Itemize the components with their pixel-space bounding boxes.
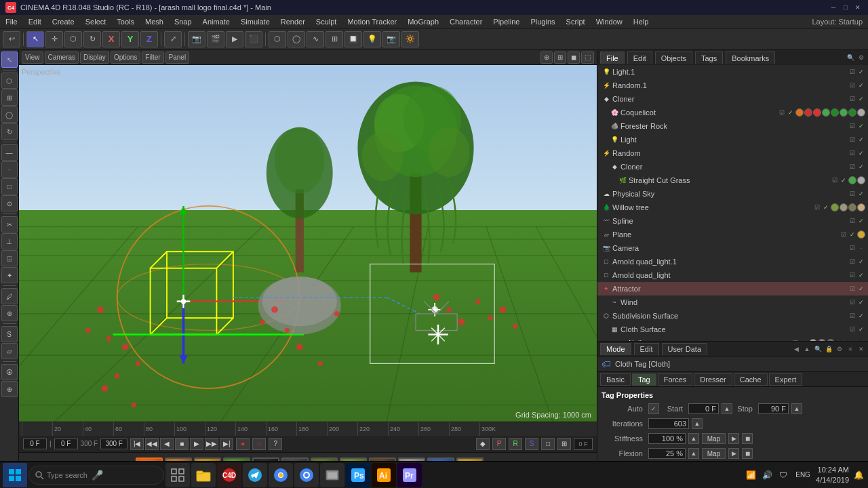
props-extra[interactable]: ≡ xyxy=(846,345,854,353)
poly-sel-tool[interactable]: □ xyxy=(1,178,18,195)
obj-row-coquelicot[interactable]: 🌸 Coquelicot ☑ ✓ xyxy=(597,106,868,119)
gen-btn[interactable]: ⊞ xyxy=(326,31,343,47)
vp-icon3[interactable]: ◼ xyxy=(568,52,580,64)
edge-tool[interactable]: — xyxy=(1,144,18,161)
flexion-inc[interactable]: ▲ xyxy=(688,448,699,459)
props-mode-tab[interactable]: Mode xyxy=(600,343,631,355)
rotate-tool[interactable]: ↻ xyxy=(83,31,101,47)
props-lock[interactable]: 🔒 xyxy=(825,345,833,353)
menu-simulate[interactable]: Simulate xyxy=(235,15,275,28)
obj-row-attractor[interactable]: ✦ Attractor ☑ ✓ xyxy=(597,282,868,296)
arnoldlight1-active[interactable]: ✓ xyxy=(857,258,865,266)
lang-label[interactable]: ENG xyxy=(793,468,813,482)
stiffness-inc[interactable]: ▲ xyxy=(688,433,699,444)
pinned-chrome[interactable] xyxy=(294,463,319,487)
menu-pipeline[interactable]: Pipeline xyxy=(488,15,525,28)
axis-y[interactable]: Y xyxy=(121,31,139,47)
obj-row-subdiv[interactable]: ⬡ Subdivision Surface ☑ ✓ xyxy=(597,309,868,323)
panel-tab-objects[interactable]: Objects xyxy=(655,52,692,64)
panel-tab-edit[interactable]: Edit xyxy=(627,52,652,64)
start-frame-input[interactable] xyxy=(54,439,78,449)
grass-active[interactable]: ✓ xyxy=(840,176,848,184)
attractor-active[interactable]: ✓ xyxy=(857,285,865,293)
menu-sculpt[interactable]: Sculpt xyxy=(311,15,342,28)
record-btn[interactable]: ● xyxy=(236,438,250,450)
light-active[interactable]: ✓ xyxy=(857,136,865,144)
grass-vis[interactable]: ☑ xyxy=(831,176,839,184)
cloth-vis[interactable]: ☑ xyxy=(848,325,856,333)
sky-active[interactable]: ✓ xyxy=(857,190,865,198)
menu-plugins[interactable]: Plugins xyxy=(525,15,560,28)
clock[interactable]: 10:24 AM 4/14/2019 xyxy=(816,465,849,485)
panel-tab-file[interactable]: File xyxy=(600,52,625,64)
obj-row-forester[interactable]: 🪨 Forester Rock ☑ ✓ xyxy=(597,119,868,133)
flexion-map-extra[interactable]: ◼ xyxy=(742,448,753,459)
floor-tool[interactable]: ▱ xyxy=(1,343,18,359)
pinned-browser[interactable] xyxy=(269,463,293,487)
tab-cache[interactable]: Cache xyxy=(734,373,768,386)
obj-row-light[interactable]: 💡 Light ☑ ✓ xyxy=(597,133,868,146)
pinned-pr[interactable]: Pr xyxy=(397,463,422,487)
start-inc[interactable]: ▲ xyxy=(722,403,732,414)
cloner2-vis[interactable]: ☑ xyxy=(848,163,856,171)
vp-filter[interactable]: Filter xyxy=(142,52,163,64)
vp-icon1[interactable]: ⊕ xyxy=(540,52,553,64)
subdiv-active[interactable]: ✓ xyxy=(857,312,865,320)
pinned-explorer[interactable] xyxy=(191,463,216,487)
pinned-files[interactable] xyxy=(320,463,344,487)
props-settings[interactable]: ⚙ xyxy=(835,345,844,353)
go-start-btn[interactable]: |◀ xyxy=(130,438,144,450)
spline-tool[interactable]: S xyxy=(1,326,18,342)
flexion-map[interactable]: Map xyxy=(702,448,726,459)
world-tool[interactable]: ◯ xyxy=(1,106,18,123)
shield-icon[interactable]: 🛡 xyxy=(776,468,790,482)
start-frame-input[interactable] xyxy=(688,403,719,414)
go-end-btn[interactable]: ▶| xyxy=(220,438,233,450)
plane-active[interactable]: ✓ xyxy=(848,230,856,239)
menu-snap[interactable]: Snap xyxy=(169,15,197,28)
props-nav-prev[interactable]: ◀ xyxy=(792,345,800,353)
panel-tab-tags[interactable]: Tags xyxy=(695,52,723,64)
menu-mograph[interactable]: MoGraph xyxy=(402,15,444,28)
objects-list[interactable]: 💡 Light.1 ☑ ✓ ⚡ Random.1 ☑ ✓ xyxy=(597,65,868,341)
plane-vis[interactable]: ☑ xyxy=(840,230,848,239)
obj-row-arnoldlight1[interactable]: □ Arnold quad_light.1 ☑ ✓ xyxy=(597,255,868,268)
iterations-input[interactable] xyxy=(648,418,689,429)
menu-motiontracker[interactable]: Motion Tracker xyxy=(342,15,402,28)
flexion-input[interactable] xyxy=(648,448,686,459)
vp-panel[interactable]: Panel xyxy=(165,52,190,64)
vp-cameras[interactable]: Cameras xyxy=(45,52,79,64)
props-edit-tab[interactable]: Edit xyxy=(634,343,659,355)
props-search[interactable]: 🔍 xyxy=(814,345,822,353)
obj-row-willow[interactable]: 🌲 Willow tree ☑ ✓ xyxy=(597,201,868,214)
stop-frame-input[interactable] xyxy=(758,403,789,414)
notification-icon[interactable]: 🔔 xyxy=(852,468,865,482)
record-auto[interactable]: ○ xyxy=(252,438,266,450)
obj-row-camera[interactable]: 📷 Camera ☑ · xyxy=(597,241,868,255)
axis-z[interactable]: Z xyxy=(140,31,158,47)
vp-icon2[interactable]: ⊞ xyxy=(554,52,566,64)
props-nav-up[interactable]: ▲ xyxy=(803,345,811,353)
obj-row-plane[interactable]: ▱ Plane ☑ ✓ xyxy=(597,228,868,241)
object-tool[interactable]: ⬡ xyxy=(1,73,18,89)
snap-btn[interactable]: 🔲 xyxy=(344,31,362,47)
auto-checkbox[interactable]: ✓ xyxy=(648,403,659,414)
cloner1-active[interactable]: ✓ xyxy=(857,95,865,103)
taskview-btn[interactable] xyxy=(165,463,190,487)
move-tool[interactable]: ✛ xyxy=(45,31,63,47)
attractor-vis[interactable]: ☑ xyxy=(848,285,856,293)
stiffness-input[interactable] xyxy=(648,433,686,444)
cloth-active[interactable]: ✓ xyxy=(857,325,865,333)
stiffness-map-extra[interactable]: ◼ xyxy=(742,433,753,444)
pinned-telegram[interactable] xyxy=(243,463,267,487)
obj-row-arnoldlight[interactable]: □ Arnold quad_light ☑ ✓ xyxy=(597,268,868,282)
stiffness-map-more[interactable]: ▶ xyxy=(728,433,739,444)
objects-settings-btn[interactable]: ⚙ xyxy=(857,54,865,62)
objects-search-btn[interactable]: 🔍 xyxy=(846,54,854,62)
flexion-map-more[interactable]: ▶ xyxy=(728,448,739,459)
bevel-tool[interactable]: ⌹ xyxy=(1,250,18,266)
forester-active[interactable]: ✓ xyxy=(857,122,865,130)
sky-vis[interactable]: ☑ xyxy=(848,190,856,198)
menu-edit[interactable]: Edit xyxy=(23,15,47,28)
pinned-c4d[interactable]: C4D xyxy=(217,463,241,487)
